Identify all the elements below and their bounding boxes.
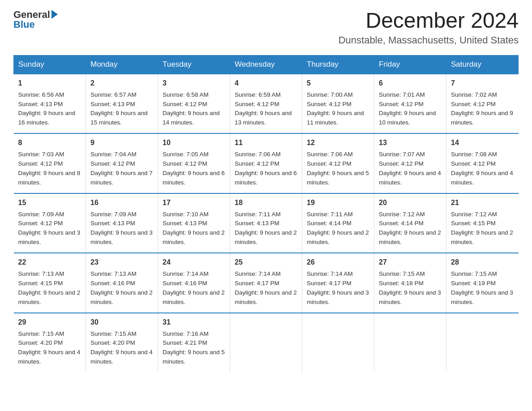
- calendar-cell: 21Sunrise: 7:12 AMSunset: 4:15 PMDayligh…: [446, 193, 519, 253]
- week-row-5: 29Sunrise: 7:15 AMSunset: 4:20 PMDayligh…: [14, 313, 519, 372]
- calendar-cell: [446, 313, 519, 372]
- cell-info: Sunrise: 7:05 AMSunset: 4:12 PMDaylight:…: [163, 151, 225, 186]
- header-day-wednesday: Wednesday: [230, 55, 302, 74]
- calendar-cell: 24Sunrise: 7:14 AMSunset: 4:16 PMDayligh…: [158, 253, 230, 313]
- day-number: 17: [163, 197, 225, 209]
- calendar-cell: 30Sunrise: 7:15 AMSunset: 4:20 PMDayligh…: [86, 313, 158, 372]
- day-number: 28: [451, 257, 514, 268]
- cell-info: Sunrise: 7:02 AMSunset: 4:12 PMDaylight:…: [451, 91, 513, 126]
- title-area: December 2024 Dunstable, Massachusetts, …: [339, 9, 519, 46]
- day-number: 22: [18, 257, 82, 268]
- cell-info: Sunrise: 7:13 AMSunset: 4:15 PMDaylight:…: [18, 270, 81, 305]
- day-number: 18: [235, 197, 297, 209]
- calendar-cell: 19Sunrise: 7:11 AMSunset: 4:14 PMDayligh…: [302, 193, 374, 253]
- week-row-2: 8Sunrise: 7:03 AMSunset: 4:12 PMDaylight…: [14, 133, 519, 193]
- calendar-cell: 27Sunrise: 7:15 AMSunset: 4:18 PMDayligh…: [374, 253, 446, 313]
- day-number: 25: [235, 257, 297, 268]
- header-row: SundayMondayTuesdayWednesdayThursdayFrid…: [14, 55, 519, 74]
- calendar-cell: 15Sunrise: 7:09 AMSunset: 4:12 PMDayligh…: [14, 193, 86, 253]
- header-day-tuesday: Tuesday: [158, 55, 230, 74]
- logo: General Blue: [13, 9, 58, 30]
- cell-info: Sunrise: 7:10 AMSunset: 4:13 PMDaylight:…: [163, 211, 225, 246]
- cell-info: Sunrise: 7:06 AMSunset: 4:12 PMDaylight:…: [307, 151, 369, 186]
- header-day-friday: Friday: [374, 55, 446, 74]
- day-number: 27: [379, 257, 442, 268]
- cell-info: Sunrise: 7:09 AMSunset: 4:12 PMDaylight:…: [18, 211, 81, 246]
- day-number: 13: [379, 137, 442, 149]
- calendar-cell: 2Sunrise: 6:57 AMSunset: 4:13 PMDaylight…: [86, 74, 158, 133]
- day-number: 19: [307, 197, 369, 209]
- header-day-monday: Monday: [86, 55, 158, 74]
- day-number: 9: [90, 137, 153, 149]
- day-number: 7: [451, 78, 514, 89]
- day-number: 29: [18, 317, 82, 328]
- logo-blue: Blue: [13, 19, 35, 30]
- cell-info: Sunrise: 7:13 AMSunset: 4:16 PMDaylight:…: [90, 270, 153, 305]
- week-row-4: 22Sunrise: 7:13 AMSunset: 4:15 PMDayligh…: [14, 253, 519, 313]
- calendar-cell: 17Sunrise: 7:10 AMSunset: 4:13 PMDayligh…: [158, 193, 230, 253]
- calendar-cell: 10Sunrise: 7:05 AMSunset: 4:12 PMDayligh…: [158, 133, 230, 193]
- header-day-saturday: Saturday: [446, 55, 519, 74]
- cell-info: Sunrise: 7:01 AMSunset: 4:12 PMDaylight:…: [379, 91, 436, 126]
- calendar-cell: 22Sunrise: 7:13 AMSunset: 4:15 PMDayligh…: [14, 253, 86, 313]
- cell-info: Sunrise: 7:03 AMSunset: 4:12 PMDaylight:…: [18, 151, 81, 186]
- calendar-cell: 20Sunrise: 7:12 AMSunset: 4:14 PMDayligh…: [374, 193, 446, 253]
- header-day-thursday: Thursday: [302, 55, 374, 74]
- day-number: 11: [235, 137, 297, 149]
- calendar-cell: 1Sunrise: 6:56 AMSunset: 4:13 PMDaylight…: [14, 74, 86, 133]
- day-number: 31: [163, 317, 225, 328]
- cell-info: Sunrise: 7:15 AMSunset: 4:20 PMDaylight:…: [18, 330, 81, 365]
- calendar-cell: [374, 313, 446, 372]
- calendar-cell: 31Sunrise: 7:16 AMSunset: 4:21 PMDayligh…: [158, 313, 230, 372]
- day-number: 5: [307, 78, 369, 89]
- calendar-cell: 13Sunrise: 7:07 AMSunset: 4:12 PMDayligh…: [374, 133, 446, 193]
- day-number: 15: [18, 197, 82, 209]
- cell-info: Sunrise: 7:15 AMSunset: 4:19 PMDaylight:…: [451, 270, 513, 305]
- day-number: 3: [163, 78, 225, 89]
- week-row-1: 1Sunrise: 6:56 AMSunset: 4:13 PMDaylight…: [14, 74, 519, 133]
- calendar-cell: 11Sunrise: 7:06 AMSunset: 4:12 PMDayligh…: [230, 133, 302, 193]
- day-number: 1: [18, 78, 82, 89]
- calendar-cell: 25Sunrise: 7:14 AMSunset: 4:17 PMDayligh…: [230, 253, 302, 313]
- day-number: 23: [90, 257, 153, 268]
- day-number: 20: [379, 197, 442, 209]
- cell-info: Sunrise: 7:09 AMSunset: 4:13 PMDaylight:…: [90, 211, 153, 246]
- day-number: 26: [307, 257, 369, 268]
- calendar-cell: 8Sunrise: 7:03 AMSunset: 4:12 PMDaylight…: [14, 133, 86, 193]
- calendar-cell: [230, 313, 302, 372]
- cell-info: Sunrise: 7:04 AMSunset: 4:12 PMDaylight:…: [90, 151, 153, 186]
- cell-info: Sunrise: 7:15 AMSunset: 4:18 PMDaylight:…: [379, 270, 441, 305]
- calendar-cell: 4Sunrise: 6:59 AMSunset: 4:12 PMDaylight…: [230, 74, 302, 133]
- cell-info: Sunrise: 6:56 AMSunset: 4:13 PMDaylight:…: [18, 91, 76, 126]
- calendar-cell: 12Sunrise: 7:06 AMSunset: 4:12 PMDayligh…: [302, 133, 374, 193]
- calendar-cell: 26Sunrise: 7:14 AMSunset: 4:17 PMDayligh…: [302, 253, 374, 313]
- calendar-cell: 5Sunrise: 7:00 AMSunset: 4:12 PMDaylight…: [302, 74, 374, 133]
- day-number: 6: [379, 78, 442, 89]
- calendar-cell: 6Sunrise: 7:01 AMSunset: 4:12 PMDaylight…: [374, 74, 446, 133]
- day-number: 2: [90, 78, 153, 89]
- cell-info: Sunrise: 6:58 AMSunset: 4:12 PMDaylight:…: [163, 91, 220, 126]
- calendar-cell: 16Sunrise: 7:09 AMSunset: 4:13 PMDayligh…: [86, 193, 158, 253]
- cell-info: Sunrise: 7:12 AMSunset: 4:14 PMDaylight:…: [379, 211, 441, 246]
- cell-info: Sunrise: 6:57 AMSunset: 4:13 PMDaylight:…: [90, 91, 148, 126]
- day-number: 8: [18, 137, 82, 149]
- day-number: 16: [90, 197, 153, 209]
- location-title: Dunstable, Massachusetts, United States: [339, 34, 519, 46]
- cell-info: Sunrise: 7:11 AMSunset: 4:13 PMDaylight:…: [235, 211, 297, 246]
- calendar-cell: 23Sunrise: 7:13 AMSunset: 4:16 PMDayligh…: [86, 253, 158, 313]
- calendar-header: SundayMondayTuesdayWednesdayThursdayFrid…: [14, 55, 519, 74]
- cell-info: Sunrise: 7:14 AMSunset: 4:17 PMDaylight:…: [307, 270, 369, 305]
- calendar-cell: 29Sunrise: 7:15 AMSunset: 4:20 PMDayligh…: [14, 313, 86, 372]
- cell-info: Sunrise: 7:11 AMSunset: 4:14 PMDaylight:…: [307, 211, 369, 246]
- calendar-cell: 3Sunrise: 6:58 AMSunset: 4:12 PMDaylight…: [158, 74, 230, 133]
- day-number: 24: [163, 257, 225, 268]
- calendar-cell: 18Sunrise: 7:11 AMSunset: 4:13 PMDayligh…: [230, 193, 302, 253]
- cell-info: Sunrise: 7:07 AMSunset: 4:12 PMDaylight:…: [379, 151, 441, 186]
- cell-info: Sunrise: 7:15 AMSunset: 4:20 PMDaylight:…: [90, 330, 153, 365]
- calendar-cell: 7Sunrise: 7:02 AMSunset: 4:12 PMDaylight…: [446, 74, 519, 133]
- day-number: 14: [451, 137, 514, 149]
- logo-arrow-icon: [51, 10, 58, 19]
- calendar-cell: 9Sunrise: 7:04 AMSunset: 4:12 PMDaylight…: [86, 133, 158, 193]
- calendar-cell: 28Sunrise: 7:15 AMSunset: 4:19 PMDayligh…: [446, 253, 519, 313]
- cell-info: Sunrise: 7:12 AMSunset: 4:15 PMDaylight:…: [451, 211, 513, 246]
